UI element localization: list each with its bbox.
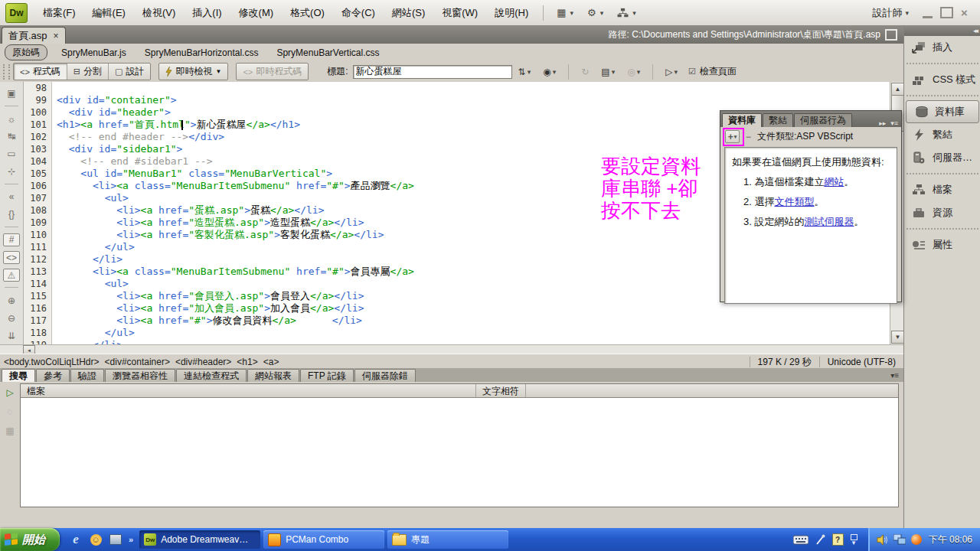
dock-item-css-styles[interactable]: CSS 樣式 xyxy=(904,68,980,91)
step-link[interactable]: 測試伺服器 xyxy=(804,216,854,227)
language-options-icon[interactable]: ▾ xyxy=(851,534,858,545)
more-icons-icon[interactable]: ⇊ xyxy=(4,329,19,342)
panel-overflow-icon[interactable]: ▸▸ xyxy=(879,119,886,127)
task-button-folder[interactable]: 專題 xyxy=(387,530,508,549)
code-line[interactable]: </ul> xyxy=(52,327,890,339)
run-search-icon[interactable]: ▷ xyxy=(4,386,16,399)
highlight-invalid-code-icon[interactable]: ⚠ xyxy=(3,269,20,282)
results-tab[interactable]: 連結檢查程式 xyxy=(176,369,247,382)
live-view-button[interactable]: 即時檢視 ▼ xyxy=(159,64,227,80)
results-tab[interactable]: 伺服器除錯 xyxy=(354,369,416,382)
results-column-header[interactable]: 文字相符 xyxy=(476,384,526,397)
results-tab[interactable]: 參考 xyxy=(36,369,70,382)
step-link[interactable]: 文件類型 xyxy=(774,196,814,207)
check-page-button[interactable]: ☑ 檢查頁面 xyxy=(688,65,737,78)
help-icon[interactable]: ? xyxy=(832,533,844,546)
extend-dreamweaver-icon[interactable]: ⚙ xyxy=(587,7,603,18)
tag-selector-item[interactable]: <body.twoColLiqLtHdr> xyxy=(4,357,100,367)
internet-explorer-icon[interactable]: e xyxy=(69,533,83,546)
split-view-button[interactable]: ⊟分割 xyxy=(67,64,109,80)
live-view-nav-icon[interactable]: ▷ xyxy=(665,67,678,77)
line-numbers-icon[interactable]: # xyxy=(3,233,20,246)
collapse-selection-icon[interactable]: ▭ xyxy=(4,148,19,161)
results-tab[interactable]: 搜尋 xyxy=(2,369,35,382)
source-code-button[interactable]: 原始碼 xyxy=(5,44,47,60)
dock-item-insert[interactable]: 插入 xyxy=(904,36,980,59)
results-tab[interactable]: 網站報表 xyxy=(247,369,299,382)
results-column-header[interactable]: 檔案 xyxy=(21,384,476,397)
view-options-icon[interactable]: ▤ xyxy=(601,67,615,77)
collapse-full-tag-icon[interactable]: ☼ xyxy=(4,112,19,126)
collapse-tag-icon[interactable]: ↹ xyxy=(4,130,19,143)
document-tab[interactable]: 首頁.asp × xyxy=(2,27,66,44)
search-results-table[interactable]: 檔案文字相符 xyxy=(20,383,899,507)
tab-close-icon[interactable]: × xyxy=(54,31,59,41)
tag-selector-item[interactable]: <h1> xyxy=(237,357,257,367)
results-tab[interactable]: 驗證 xyxy=(70,369,104,382)
related-file[interactable]: SpryMenuBarHorizontal.css xyxy=(145,47,259,58)
menu-item[interactable]: 網站(S) xyxy=(384,1,433,25)
syntax-coloring-icon[interactable]: <> xyxy=(3,251,20,264)
dock-item-database[interactable]: 資料庫 xyxy=(906,100,979,123)
panel-menu-icon[interactable]: ▾≡ xyxy=(890,371,899,380)
related-file[interactable]: SpryMenuBarVertical.css xyxy=(276,47,379,58)
collapse-dock-icon[interactable]: ◂◂ xyxy=(973,27,977,34)
close-button[interactable]: × xyxy=(961,8,971,17)
panel-menu-icon[interactable]: ▾≡ xyxy=(890,119,898,127)
preview-in-browser-icon[interactable]: ◉ xyxy=(543,67,556,77)
code-line[interactable]: <div id="container"> xyxy=(52,94,890,106)
file-management-icon[interactable]: ⇅ xyxy=(518,67,531,77)
dock-item-files[interactable]: 檔案 xyxy=(904,178,980,201)
messenger-icon[interactable]: ☺ xyxy=(89,533,103,546)
dock-item-properties[interactable]: 屬性 xyxy=(904,233,980,256)
code-line[interactable]: </li> xyxy=(52,339,890,344)
dock-item-bindings[interactable]: 繫結 xyxy=(904,123,980,146)
dock-item-assets[interactable]: 資源 xyxy=(904,201,980,224)
scroll-up-icon[interactable]: ▲ xyxy=(891,83,904,96)
related-file[interactable]: SpryMenuBar.js xyxy=(61,47,126,58)
site-menu-icon[interactable] xyxy=(617,8,636,18)
menu-item[interactable]: 編輯(E) xyxy=(84,1,134,25)
menu-item[interactable]: 視窗(W) xyxy=(433,1,486,25)
menu-item[interactable]: 檔案(F) xyxy=(34,1,84,25)
start-button[interactable]: 開始 xyxy=(0,528,60,551)
scroll-down-icon[interactable]: ▼ xyxy=(891,331,904,344)
menu-item[interactable]: 檢視(V) xyxy=(134,1,184,25)
step-link[interactable]: 網站 xyxy=(824,176,844,187)
page-title-input[interactable] xyxy=(353,65,512,79)
tag-selector-item[interactable]: <a> xyxy=(263,357,279,367)
network-icon[interactable] xyxy=(893,534,906,545)
volume-icon[interactable] xyxy=(877,534,888,546)
menu-item[interactable]: 說明(H) xyxy=(486,1,537,25)
panel-tab[interactable]: 繫結 xyxy=(763,113,793,127)
minimize-button[interactable] xyxy=(923,8,933,18)
menu-item[interactable]: 修改(M) xyxy=(230,1,283,25)
workspace-switcher[interactable]: 設計師 ▾ xyxy=(872,6,909,20)
code-view-button[interactable]: <>程式碼 xyxy=(14,64,67,80)
antivirus-icon[interactable] xyxy=(911,534,922,545)
keyboard-icon[interactable] xyxy=(793,535,808,545)
menu-item[interactable]: 插入(I) xyxy=(184,1,230,25)
expand-all-icon[interactable]: ⊹ xyxy=(4,165,19,178)
apply-comment-icon[interactable]: ⊕ xyxy=(4,294,19,307)
code-line[interactable] xyxy=(52,82,890,94)
results-tab[interactable]: FTP 記錄 xyxy=(300,369,354,382)
panel-tab[interactable]: 伺服器行為 xyxy=(794,113,852,127)
menu-item[interactable]: 命令(C) xyxy=(333,1,384,25)
show-desktop-icon[interactable] xyxy=(109,533,122,546)
layout-switcher-icon[interactable]: ▦ xyxy=(557,7,573,18)
restore-button[interactable] xyxy=(940,7,953,18)
results-tab[interactable]: 瀏覽器相容性 xyxy=(105,369,175,382)
tag-selector-item[interactable]: <div#container> xyxy=(105,357,170,367)
balance-braces-icon[interactable]: {} xyxy=(4,208,19,221)
code-line[interactable]: <li><a href="加入會員.asp">加入會員</a></li> xyxy=(52,302,890,315)
select-parent-tag-icon[interactable]: « xyxy=(4,191,19,204)
code-line[interactable]: <li><a href="#">修改會員資料</a> </li> xyxy=(52,315,890,327)
panel-tab[interactable]: 資料庫 xyxy=(722,113,762,127)
design-view-button[interactable]: ▢設計 xyxy=(109,64,150,80)
quick-launch-more-icon[interactable]: » xyxy=(129,535,133,544)
restore-document-icon[interactable] xyxy=(885,29,897,41)
microphone-icon[interactable] xyxy=(815,534,825,546)
task-button-pcman[interactable]: PCMan Combo xyxy=(263,530,384,549)
task-button-dreamweaver[interactable]: DwAdobe Dreamweaver ... xyxy=(139,530,260,549)
